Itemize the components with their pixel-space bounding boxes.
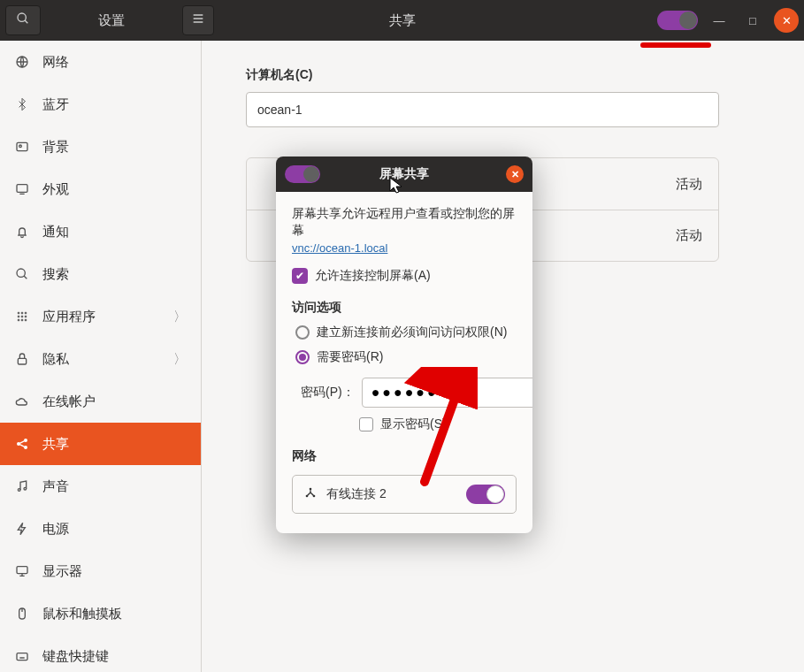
sidebar-item-label: 背景 [42,139,69,156]
power-icon [14,521,30,537]
network-toggle[interactable] [466,485,505,504]
sidebar-item-notifications[interactable]: 通知 [0,210,201,253]
sidebar-item-label: 电源 [42,521,69,538]
chevron-right-icon: 〉 [173,309,187,325]
sidebar-item-search[interactable]: 搜索 [0,253,201,295]
radio-icon-checked [295,350,310,364]
dialog-close-button[interactable]: ✕ [506,165,524,183]
music-icon [14,478,30,494]
radio-icon [295,325,310,340]
chevron-right-icon: 〉 [173,351,187,368]
radio-label: 需要密码(R) [317,349,383,365]
share-icon [14,436,30,452]
maximize-button[interactable]: □ [740,8,765,33]
settings-title: 设置 [41,12,182,29]
svg-point-14 [25,319,27,321]
network-row: 有线连接 2 [292,475,517,514]
svg-point-6 [18,312,19,314]
background-icon [14,139,30,155]
svg-point-12 [18,319,19,321]
show-password-label: 显示密码(S) [380,416,447,432]
svg-rect-23 [17,653,27,661]
header-left: 设置 [0,5,214,35]
search-icon [14,266,30,282]
sidebar-item-privacy[interactable]: 隐私 〉 [0,338,201,380]
bell-icon [14,224,30,240]
sharing-master-toggle[interactable] [657,11,698,30]
password-label: 密码(P)： [301,385,355,401]
svg-rect-2 [17,142,27,150]
dialog-description: 屏幕共享允许远程用户查看或控制您的屏幕 [292,206,517,240]
sidebar-item-online-accounts[interactable]: 在线帐户 [0,380,201,423]
sidebar-item-label: 显示器 [42,563,82,580]
computer-name-input[interactable] [246,92,719,127]
sidebar-item-label: 通知 [42,224,69,241]
password-input[interactable] [362,378,532,408]
keyboard-icon [14,648,30,664]
computer-name-label: 计算机名(C) [246,67,760,83]
sidebar: 网络 蓝牙 背景 外观 通知 搜索 应用程序 〉 隐私 [0,41,202,672]
sidebar-item-bluetooth[interactable]: 蓝牙 [0,83,201,126]
allow-connection-checkbox-row[interactable]: ✔ 允许连接控制屏幕(A) [292,268,517,284]
svg-point-17 [25,439,27,442]
svg-point-11 [25,316,27,317]
radio-require-password[interactable]: 需要密码(R) [292,349,517,365]
show-password-checkbox-row[interactable]: 显示密码(S) [292,416,517,432]
sidebar-item-label: 鼠标和触摸板 [42,606,122,622]
dialog-body: 屏幕共享允许远程用户查看或控制您的屏幕 vnc://ocean-1.local … [276,192,532,533]
password-row: 密码(P)： [292,378,517,408]
sidebar-item-sound[interactable]: 声音 [0,465,201,508]
hamburger-button[interactable] [182,5,214,35]
svg-point-0 [18,13,26,21]
bluetooth-icon [14,96,30,112]
hamburger-icon [191,11,205,29]
dialog-title: 屏幕共享 [379,166,429,182]
appearance-icon [14,181,30,197]
display-icon [14,563,30,579]
header-search-button[interactable] [5,5,41,35]
screen-sharing-toggle[interactable] [285,165,320,183]
close-button[interactable]: ✕ [774,8,799,33]
lock-icon [14,351,30,367]
svg-point-3 [19,145,22,148]
svg-point-18 [25,447,27,449]
checkbox-icon [359,417,373,431]
svg-rect-4 [17,185,27,193]
access-options-title: 访问选项 [292,300,517,316]
sidebar-item-displays[interactable]: 显示器 [0,550,201,592]
sidebar-item-apps[interactable]: 应用程序 〉 [0,295,201,338]
checkbox-icon-checked: ✔ [292,268,308,284]
svg-point-10 [21,316,23,317]
sidebar-item-label: 键盘快捷键 [42,648,109,665]
radio-label: 建立新连接前必须询问访问权限(N) [317,325,507,340]
svg-point-20 [24,487,27,490]
header-right: — □ ✕ [657,8,799,33]
sidebar-item-power[interactable]: 电源 [0,508,201,550]
screen-sharing-dialog: 屏幕共享 ✕ 屏幕共享允许远程用户查看或控制您的屏幕 vnc://ocean-1… [276,157,532,533]
sidebar-item-label: 共享 [42,436,69,453]
page-title: 共享 [389,12,416,29]
sidebar-item-keyboard[interactable]: 键盘快捷键 [0,635,201,672]
sidebar-item-sharing[interactable]: 共享 [0,423,201,465]
sidebar-item-network[interactable]: 网络 [0,41,201,83]
svg-point-24 [310,488,312,491]
sidebar-item-mouse[interactable]: 鼠标和触摸板 [0,592,201,635]
close-icon: ✕ [511,169,519,180]
svg-point-7 [21,312,23,314]
svg-point-16 [18,443,20,446]
sidebar-item-label: 在线帐户 [42,393,96,410]
network-left: 有线连接 2 [303,485,387,502]
vnc-link[interactable]: vnc://ocean-1.local [292,241,387,255]
cloud-icon [14,393,30,409]
svg-point-5 [17,269,25,277]
network-name: 有线连接 2 [326,486,387,502]
wired-icon [303,485,318,502]
sidebar-item-background[interactable]: 背景 [0,126,201,168]
svg-rect-21 [17,567,27,574]
radio-ask-permission[interactable]: 建立新连接前必须询问访问权限(N) [292,325,517,340]
sidebar-item-label: 应用程序 [42,309,96,325]
svg-point-8 [25,312,27,314]
sidebar-item-label: 声音 [42,478,69,495]
sidebar-item-appearance[interactable]: 外观 [0,168,201,210]
minimize-button[interactable]: — [707,8,731,33]
